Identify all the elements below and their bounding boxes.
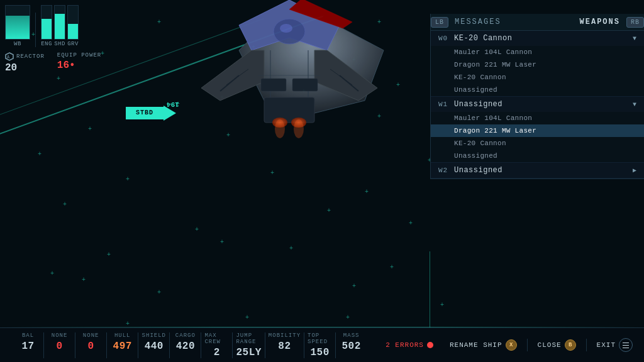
main-power-bar: [5, 5, 30, 40]
rename-ship-button[interactable]: RENAME SHIP X: [445, 337, 522, 353]
weapon-slot-w0: W0 KE-20 Cannon ▼ Mauler 104L Cannon Dra…: [431, 31, 644, 97]
stat-cargo: CARGO 420: [170, 332, 201, 358]
wb-label: WB: [14, 41, 21, 47]
svg-point-22: [294, 119, 304, 138]
slot-w0-option-3[interactable]: KE-20 Cannon: [431, 71, 644, 84]
spaceship-image: [164, 0, 428, 176]
lb-tab[interactable]: LB: [431, 17, 448, 28]
slot-w1-header[interactable]: W1 Unassigned ▼: [431, 97, 644, 112]
weapons-panel: LB MESSAGES WEAPONS RB W0 KE-20 Cannon ▼…: [430, 14, 644, 179]
power-section: A REACTOR 20 EQUIP POWER 16•: [5, 52, 101, 74]
vertical-divider: [430, 251, 430, 327]
bar-group-main: WB: [5, 5, 30, 47]
reactor-item: A REACTOR 20: [5, 52, 45, 74]
stat-bal-value: 17: [21, 341, 34, 352]
weapons-tab[interactable]: WEAPONS: [574, 14, 626, 30]
rb-tab[interactable]: RB: [626, 17, 644, 28]
slot-w1-option-3[interactable]: KE-20 Cannon: [431, 137, 644, 150]
stat-jump-range-value: 25LY: [236, 347, 261, 358]
stat-hull-label: HULL: [114, 332, 131, 339]
bar-group-grv: GRV: [67, 5, 79, 47]
bar-group-shd: SHD: [54, 5, 65, 47]
stat-mass-value: 502: [342, 341, 361, 352]
svg-rect-18: [292, 79, 318, 91]
svg-marker-6: [201, 50, 264, 101]
control-divider-2: [586, 339, 587, 351]
svg-point-21: [275, 119, 285, 138]
close-label: CLOSE: [538, 341, 562, 349]
exit-button[interactable]: EXIT: [592, 336, 638, 354]
rename-ship-key: X: [506, 339, 517, 351]
eng-label: ENG: [41, 41, 52, 47]
bottom-controls: 2 ERRORS RENAME SHIP X CLOSE B EXIT: [379, 336, 644, 354]
slot-w1-option-1[interactable]: Mauler 104L Cannon: [431, 112, 644, 124]
weapon-slot-w2: W2 Unassigned ▶: [431, 163, 644, 178]
eng-bar: [41, 5, 52, 40]
close-key: B: [565, 339, 576, 351]
stat-shield-value: 440: [145, 341, 164, 352]
speed-number: 194: [167, 101, 179, 108]
exit-label: EXIT: [597, 341, 616, 349]
errors-count-text: 2 ERRORS: [386, 341, 424, 349]
slot-w1-arrow-icon: ▼: [633, 101, 636, 108]
messages-tab[interactable]: MESSAGES: [448, 14, 574, 30]
equip-power-label: EQUIP POWER: [57, 52, 101, 58]
speed-label: STBD: [136, 110, 153, 117]
errors-badge: 2 ERRORS: [386, 341, 433, 349]
stat-none1: NONE 0: [44, 332, 75, 358]
svg-text:A: A: [7, 55, 10, 60]
stat-max-crew-value: 2: [214, 347, 220, 358]
equip-power-item: EQUIP POWER 16•: [57, 52, 101, 74]
stat-max-crew: MAX CREW 2: [201, 332, 233, 358]
stat-mobility-label: MOBILITY: [269, 332, 301, 339]
slot-w0-arrow-icon: ▼: [633, 35, 636, 42]
stat-mobility: MOBILITY 82: [265, 332, 304, 358]
slot-w2-id: W2: [438, 167, 454, 174]
stats-row: BAL 17 NONE 0 NONE 0 HULL 497 SHIELD 440…: [0, 332, 379, 358]
stat-cargo-label: CARGO: [175, 332, 196, 339]
slot-w0-id: W0: [438, 35, 454, 42]
shd-label: SHD: [54, 41, 65, 47]
slot-w1-option-4[interactable]: Unassigned: [431, 150, 644, 162]
slot-w2-header[interactable]: W2 Unassigned ▶: [431, 163, 644, 178]
stat-none2-value: 0: [88, 341, 94, 352]
stat-hull: HULL 497: [107, 332, 138, 358]
error-dot-icon: [427, 342, 433, 348]
stat-jump-range-label: JUMP RANGE: [236, 332, 261, 345]
hud-topleft: WB ENG SHD GRV: [5, 5, 101, 74]
slot-w2-arrow-icon: ▶: [633, 167, 636, 174]
stat-none1-value: 0: [57, 341, 63, 352]
stat-mobility-value: 82: [278, 341, 291, 352]
stat-bal-label: BAL: [22, 332, 34, 339]
slot-w0-option-2[interactable]: Dragon 221 MW Laser: [431, 58, 644, 71]
grv-bar: [67, 5, 79, 40]
reactor-value: 20: [5, 62, 45, 74]
stat-mass-label: MASS: [343, 332, 360, 339]
ship-area: [113, 0, 428, 201]
stat-top-speed-value: 150: [310, 347, 329, 358]
slot-w1-option-2[interactable]: Dragon 221 MW Laser: [431, 124, 644, 137]
stat-shield: SHIELD 440: [138, 332, 170, 358]
slot-w1-name: Unassigned: [454, 100, 633, 109]
slot-w0-option-1[interactable]: Mauler 104L Cannon: [431, 46, 644, 58]
slot-w1-id: W1: [438, 101, 454, 108]
stat-max-crew-label: MAX CREW: [204, 332, 229, 345]
stat-top-speed-label: TOP SPEED: [308, 332, 332, 345]
svg-rect-3: [264, 97, 314, 123]
stat-shield-label: SHIELD: [142, 332, 166, 339]
slot-w0-header[interactable]: W0 KE-20 Cannon ▼: [431, 31, 644, 46]
slot-w2-name: Unassigned: [454, 166, 633, 175]
stat-none2-label: NONE: [83, 332, 99, 339]
reactor-icon: A: [5, 52, 14, 61]
slot-w0-name: KE-20 Cannon: [454, 34, 633, 43]
rename-ship-label: RENAME SHIP: [450, 341, 502, 349]
close-button[interactable]: CLOSE B: [533, 337, 581, 353]
stat-none1-label: NONE: [52, 332, 68, 339]
exit-menu-icon[interactable]: [619, 338, 633, 352]
reactor-row: A REACTOR: [5, 52, 45, 61]
speed-bar: STBD: [126, 107, 164, 119]
slot-w0-option-4[interactable]: Unassigned: [431, 84, 644, 96]
stat-none2: NONE 0: [75, 332, 107, 358]
bottom-bar: BAL 17 NONE 0 NONE 0 HULL 497 SHIELD 440…: [0, 327, 644, 362]
weapon-slot-w1: W1 Unassigned ▼ Mauler 104L Cannon Drago…: [431, 97, 644, 163]
